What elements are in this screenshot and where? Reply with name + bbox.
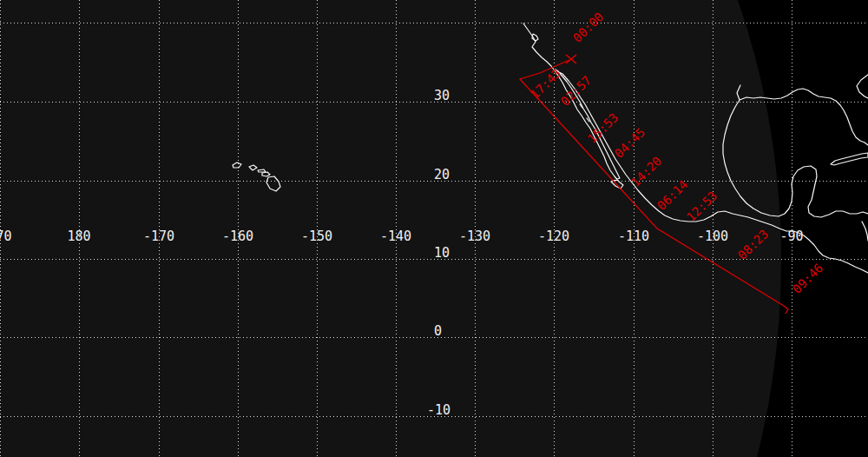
longitude-tick-label: -100	[697, 228, 728, 244]
longitude-tick-label: -150	[301, 228, 332, 244]
latitude-tick-label: 0	[434, 323, 442, 339]
latitude-tick-label: 10	[434, 245, 450, 261]
latitude-tick-label: 30	[434, 88, 450, 103]
coastline-nicaragua-caribbean-fragment	[862, 222, 868, 241]
longitude-tick-label: -140	[380, 228, 411, 244]
coastline-cuba	[831, 153, 868, 165]
longitude-tick-label: 170	[0, 228, 12, 244]
longitude-tick-label: 180	[67, 228, 90, 244]
longitude-tick-label: -120	[538, 228, 569, 244]
coastline-florida-bend-fragment	[857, 75, 868, 98]
longitude-tick-label: -170	[143, 228, 174, 244]
longitude-tick-label: -130	[459, 228, 490, 244]
track-time-label: 09:46	[790, 261, 825, 296]
longitude-tick-label: -160	[222, 228, 253, 244]
longitude-tick-label: -90	[779, 228, 803, 244]
latitude-tick-label: -10	[427, 402, 450, 418]
latitude-tick-label: 20	[434, 167, 450, 182]
longitude-tick-label: -110	[618, 228, 649, 244]
map-canvas: 170180-170-160-150-140-130-120-110-100-9…	[0, 0, 868, 457]
